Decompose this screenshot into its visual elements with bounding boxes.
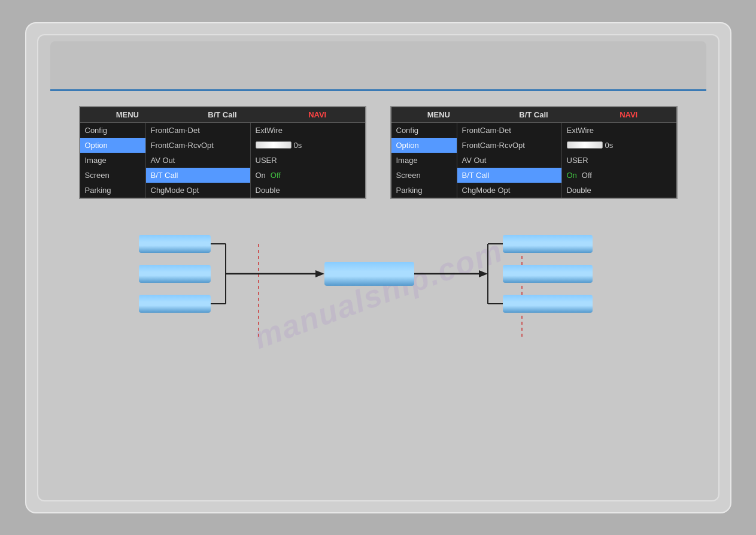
right-bar-3 <box>503 295 593 313</box>
left-col: Config Option Image Screen Parking <box>80 123 146 198</box>
content-area: manualship.com MENU B/T Call NAVI Config… <box>50 100 706 488</box>
left-mid-bt-call[interactable]: B/T Call <box>146 168 250 183</box>
left-mid-frontcam-rcv[interactable]: FrontCam-RcvOpt <box>146 138 250 153</box>
left-mid-frontcam-det[interactable]: FrontCam-Det <box>146 123 250 138</box>
right-col-screen[interactable]: Screen <box>391 168 457 183</box>
right-extwire-row: ExtWire <box>562 123 676 138</box>
right-mid-chgmode[interactable]: ChgMode Opt <box>457 183 561 198</box>
right-header-bt-call: B/T Call <box>486 107 581 122</box>
right-screen: MENU B/T Call NAVI Config Option Image S… <box>390 106 678 199</box>
left-extwire-label: ExtWire <box>256 126 283 135</box>
left-extwire-row: ExtWire <box>251 123 365 138</box>
right-double-row: Double <box>562 183 676 198</box>
left-col-parking[interactable]: Parking <box>80 183 145 198</box>
inner-card: manualship.com MENU B/T Call NAVI Config… <box>37 34 719 501</box>
left-user-row: USER <box>251 153 365 168</box>
right-left-col: Config Option Image Screen Parking <box>391 123 457 198</box>
left-mid-chgmode[interactable]: ChgMode Opt <box>146 183 250 198</box>
left-double-label: Double <box>256 186 280 195</box>
blue-line <box>50 89 706 91</box>
left-col-image[interactable]: Image <box>80 153 145 168</box>
right-menu-body: Config Option Image Screen Parking Front… <box>391 123 676 198</box>
left-double-row: Double <box>251 183 365 198</box>
right-mid-col: FrontCam-Det FrontCam-RcvOpt AV Out B/T … <box>457 123 562 198</box>
left-user-label: USER <box>256 156 277 165</box>
left-on-label[interactable]: On <box>256 171 266 180</box>
right-extwire-bar-row: 0s <box>562 138 676 153</box>
right-on-label[interactable]: On <box>567 171 577 180</box>
right-right-col: ExtWire 0s USER On Off <box>562 123 676 198</box>
right-header-menu: MENU <box>391 107 487 122</box>
left-extwire-bar <box>256 141 292 149</box>
right-bar-2 <box>503 265 593 283</box>
right-off-label[interactable]: Off <box>582 171 592 180</box>
left-bar-2 <box>139 265 211 283</box>
right-extwire-bar <box>567 141 603 149</box>
left-extwire-value: 0s <box>294 141 302 150</box>
diagram-svg <box>139 217 618 337</box>
left-extwire-bar-row: 0s <box>251 138 365 153</box>
left-header-navi: NAVI <box>270 107 365 122</box>
right-col-option[interactable]: Option <box>391 138 457 153</box>
left-bar-3 <box>139 295 211 313</box>
right-col-config[interactable]: Config <box>391 123 457 138</box>
top-bar <box>50 41 706 89</box>
center-bar <box>324 262 414 286</box>
left-col-screen[interactable]: Screen <box>80 168 145 183</box>
outer-card: manualship.com MENU B/T Call NAVI Config… <box>25 22 731 513</box>
diagram-area <box>139 217 618 337</box>
right-extwire-label: ExtWire <box>567 126 594 135</box>
right-user-label: USER <box>567 156 588 165</box>
right-col-parking[interactable]: Parking <box>391 183 457 198</box>
left-col-option[interactable]: Option <box>80 138 145 153</box>
right-on-off-row: On Off <box>562 168 676 183</box>
left-header-bt-call: B/T Call <box>175 107 270 122</box>
right-header: MENU B/T Call NAVI <box>391 107 676 123</box>
right-mid-av-out[interactable]: AV Out <box>457 153 561 168</box>
right-user-row: USER <box>562 153 676 168</box>
right-double-label: Double <box>567 186 591 195</box>
left-header-menu: MENU <box>80 107 175 122</box>
arrow-head <box>315 270 324 277</box>
right-col-image[interactable]: Image <box>391 153 457 168</box>
screens-row: MENU B/T Call NAVI Config Option Image S… <box>79 106 678 199</box>
left-right-col: ExtWire 0s USER On Off <box>251 123 365 198</box>
left-on-off-row: On Off <box>251 168 365 183</box>
right-bar-1 <box>503 235 593 253</box>
right-mid-frontcam-rcv[interactable]: FrontCam-RcvOpt <box>457 138 561 153</box>
left-mid-col: FrontCam-Det FrontCam-RcvOpt AV Out B/T … <box>146 123 251 198</box>
left-bar-1 <box>139 235 211 253</box>
left-screen: MENU B/T Call NAVI Config Option Image S… <box>79 106 366 199</box>
left-menu-body: Config Option Image Screen Parking Front… <box>80 123 365 198</box>
left-header: MENU B/T Call NAVI <box>80 107 365 123</box>
right-mid-bt-call[interactable]: B/T Call <box>457 168 561 183</box>
left-mid-av-out[interactable]: AV Out <box>146 153 250 168</box>
left-col-config[interactable]: Config <box>80 123 145 138</box>
right-arrow-head <box>479 270 488 277</box>
right-extwire-value: 0s <box>605 141 614 150</box>
right-mid-frontcam-det[interactable]: FrontCam-Det <box>457 123 561 138</box>
right-header-navi: NAVI <box>581 107 676 122</box>
left-off-label[interactable]: Off <box>271 171 281 180</box>
